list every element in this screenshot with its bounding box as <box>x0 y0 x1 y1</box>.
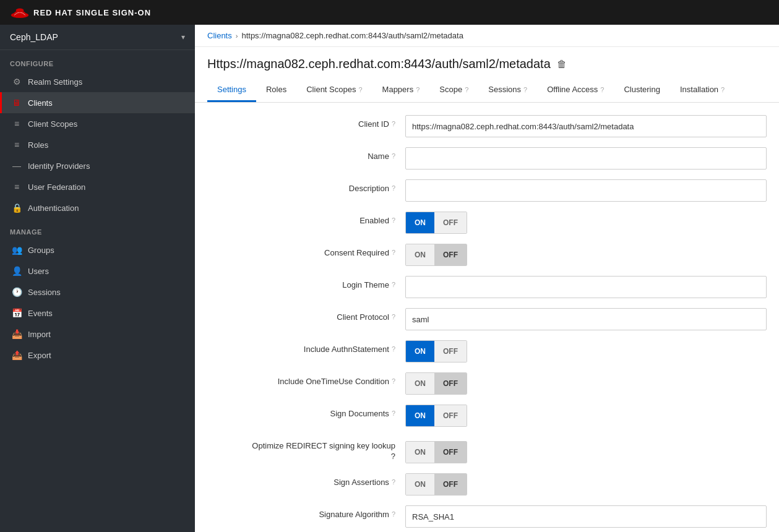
clients-icon: 🖥 <box>12 98 22 108</box>
sidebar-item-sessions[interactable]: 🕐 Sessions <box>0 281 195 302</box>
sign-assertions-toggle-on[interactable]: ON <box>406 474 434 495</box>
configure-section-label: Configure <box>0 50 195 71</box>
sidebar-item-identity-providers[interactable]: — Identity Providers <box>0 155 195 176</box>
sign-documents-row: Sign Documents ? ON OFF <box>207 405 767 427</box>
page-title: Https://magna082.ceph.redhat.com:8443/au… <box>207 57 551 71</box>
sidebar-item-label: Groups <box>28 246 54 255</box>
sidebar-item-client-scopes[interactable]: ≡ Client Scopes <box>0 113 195 134</box>
sidebar-item-clients[interactable]: 🖥 Clients <box>0 92 195 113</box>
sidebar-item-users[interactable]: 👤 Users <box>0 260 195 281</box>
tab-sessions[interactable]: Sessions ? <box>478 79 537 102</box>
svg-point-2 <box>16 9 24 12</box>
tab-scope[interactable]: Scope ? <box>429 79 478 102</box>
include-authn-toggle[interactable]: ON OFF <box>405 340 467 363</box>
realm-selector[interactable]: Ceph_LDAP ▾ <box>0 25 195 50</box>
settings-form: Client ID ? Name ? Des <box>195 103 779 532</box>
enabled-toggle-off[interactable]: OFF <box>434 212 467 233</box>
signature-algorithm-row: Signature Algorithm ? <box>207 505 767 528</box>
client-protocol-input[interactable] <box>405 308 767 330</box>
tab-roles[interactable]: Roles <box>256 79 296 102</box>
sidebar-item-events[interactable]: 📅 Events <box>0 302 195 324</box>
include-authn-row: Include AuthnStatement ? ON OFF <box>207 340 767 363</box>
enabled-toggle[interactable]: ON OFF <box>405 212 467 234</box>
sidebar-item-user-federation[interactable]: ≡ User Federation <box>0 176 195 197</box>
description-help-icon: ? <box>392 184 395 192</box>
sidebar-item-label: Identity Providers <box>28 161 90 171</box>
optimize-redirect-toggle-off[interactable]: OFF <box>434 442 467 463</box>
client-id-help-icon: ? <box>392 120 395 127</box>
include-onetime-toggle-off[interactable]: OFF <box>434 373 467 394</box>
include-onetime-help-icon: ? <box>392 377 395 385</box>
main-content: Clients › https://magna082.ceph.redhat.c… <box>195 25 779 532</box>
breadcrumb-parent[interactable]: Clients <box>207 31 232 40</box>
sidebar-item-label: Authentication <box>28 204 79 213</box>
manage-section-label: Manage <box>0 218 195 239</box>
include-authn-toggle-on[interactable]: ON <box>406 341 434 362</box>
tab-clustering[interactable]: Clustering <box>614 79 670 102</box>
sign-documents-label: Sign Documents ? <box>207 405 405 418</box>
signature-algorithm-input[interactable] <box>405 505 767 528</box>
breadcrumb-separator: › <box>236 32 238 40</box>
sign-assertions-toggle-off[interactable]: OFF <box>434 474 467 495</box>
tab-client-scopes[interactable]: Client Scopes ? <box>296 79 372 102</box>
consent-required-row: Consent Required ? ON OFF <box>207 244 767 266</box>
sidebar-item-realm-settings[interactable]: ⚙ Realm Settings <box>0 71 195 92</box>
sidebar-item-label: Clients <box>28 98 53 108</box>
tab-settings[interactable]: Settings <box>207 79 256 102</box>
scope-tab-help-icon: ? <box>465 86 468 93</box>
sidebar-item-groups[interactable]: 👥 Groups <box>0 239 195 260</box>
sidebar: Ceph_LDAP ▾ Configure ⚙ Realm Settings 🖥… <box>0 25 195 532</box>
include-onetime-label: Include OneTimeUse Condition ? <box>207 372 405 386</box>
sidebar-item-label: Sessions <box>28 288 61 297</box>
login-theme-input[interactable] <box>405 276 767 298</box>
sessions-tab-help-icon: ? <box>523 86 527 93</box>
tab-offline-access[interactable]: Offline Access ? <box>537 79 614 102</box>
optimize-redirect-toggle[interactable]: ON OFF <box>405 441 467 463</box>
consent-required-toggle-on[interactable]: ON <box>406 244 434 265</box>
login-theme-help-icon: ? <box>392 281 395 288</box>
sidebar-item-export[interactable]: 📤 Export <box>0 345 195 366</box>
enabled-row: Enabled ? ON OFF <box>207 212 767 234</box>
sign-assertions-toggle[interactable]: ON OFF <box>405 473 467 496</box>
sign-documents-toggle[interactable]: ON OFF <box>405 405 467 427</box>
enabled-toggle-on[interactable]: ON <box>406 212 434 233</box>
export-icon: 📤 <box>12 350 22 360</box>
description-row: Description ? <box>207 179 767 202</box>
sign-assertions-row: Sign Assertions ? ON OFF <box>207 473 767 496</box>
sidebar-item-label: Events <box>28 309 53 318</box>
sessions-icon: 🕐 <box>12 287 22 297</box>
login-theme-label: Login Theme ? <box>207 276 405 290</box>
consent-required-help-icon: ? <box>392 249 395 256</box>
include-authn-toggle-off[interactable]: OFF <box>434 341 467 362</box>
sidebar-item-import[interactable]: 📥 Import <box>0 324 195 345</box>
tabs-bar: Settings Roles Client Scopes ? Mappers ?… <box>195 79 779 103</box>
tab-mappers[interactable]: Mappers ? <box>372 79 430 102</box>
consent-required-toggle[interactable]: ON OFF <box>405 244 467 266</box>
include-onetime-toggle-on[interactable]: ON <box>406 373 434 394</box>
sidebar-item-roles[interactable]: ≡ Roles <box>0 134 195 155</box>
topbar: RED HAT SINGLE SIGN-ON <box>0 0 779 25</box>
tab-installation[interactable]: Installation ? <box>670 79 734 102</box>
app-logo: RED HAT SINGLE SIGN-ON <box>10 6 151 19</box>
include-authn-help-icon: ? <box>392 345 395 353</box>
name-input[interactable] <box>405 147 767 169</box>
description-input[interactable] <box>405 179 767 202</box>
optimize-redirect-toggle-on[interactable]: ON <box>406 442 434 463</box>
enabled-label: Enabled ? <box>207 212 405 225</box>
import-icon: 📥 <box>12 329 22 339</box>
realm-name: Ceph_LDAP <box>10 32 58 42</box>
offline-access-tab-help-icon: ? <box>600 86 604 93</box>
client-id-input[interactable] <box>405 115 767 137</box>
user-federation-icon: ≡ <box>12 182 22 192</box>
sidebar-item-label: Realm Settings <box>28 77 82 87</box>
include-onetime-toggle[interactable]: ON OFF <box>405 372 467 395</box>
delete-icon[interactable]: 🗑 <box>557 59 567 70</box>
optimize-redirect-help-icon: ? <box>391 452 395 461</box>
consent-required-toggle-off[interactable]: OFF <box>434 244 467 265</box>
sign-documents-toggle-off[interactable]: OFF <box>434 405 467 426</box>
sidebar-item-authentication[interactable]: 🔒 Authentication <box>0 197 195 218</box>
signature-algorithm-help-icon: ? <box>392 510 395 518</box>
sign-documents-toggle-on[interactable]: ON <box>406 405 434 426</box>
users-icon: 👤 <box>12 266 22 276</box>
name-row: Name ? <box>207 147 767 169</box>
